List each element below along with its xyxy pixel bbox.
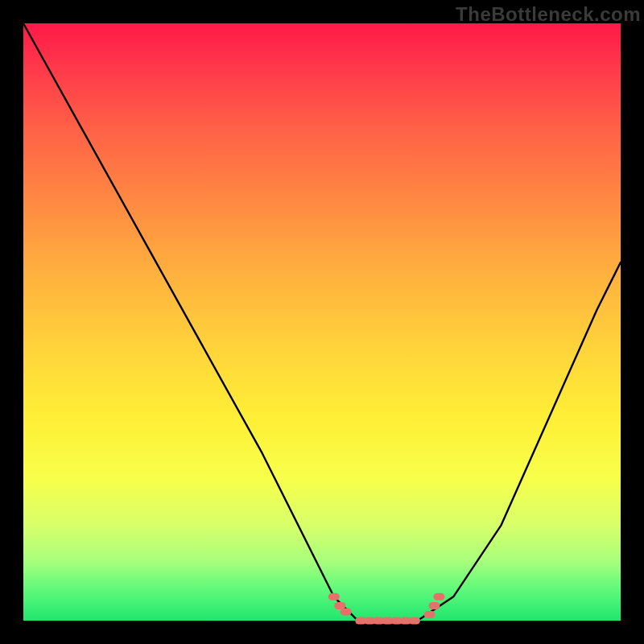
curve-marker xyxy=(328,593,340,601)
curve-marker xyxy=(424,611,436,618)
curve-svg xyxy=(23,23,621,621)
chart-container: TheBottleneck.com xyxy=(0,0,644,644)
curve-marker xyxy=(433,593,444,601)
bottleneck-curve xyxy=(23,23,621,621)
curve-marker xyxy=(341,608,352,615)
watermark-text: TheBottleneck.com xyxy=(456,3,641,26)
plot-area xyxy=(23,23,621,621)
curve-marker xyxy=(429,602,440,609)
curve-marker xyxy=(409,617,420,625)
curve-markers xyxy=(328,593,445,625)
